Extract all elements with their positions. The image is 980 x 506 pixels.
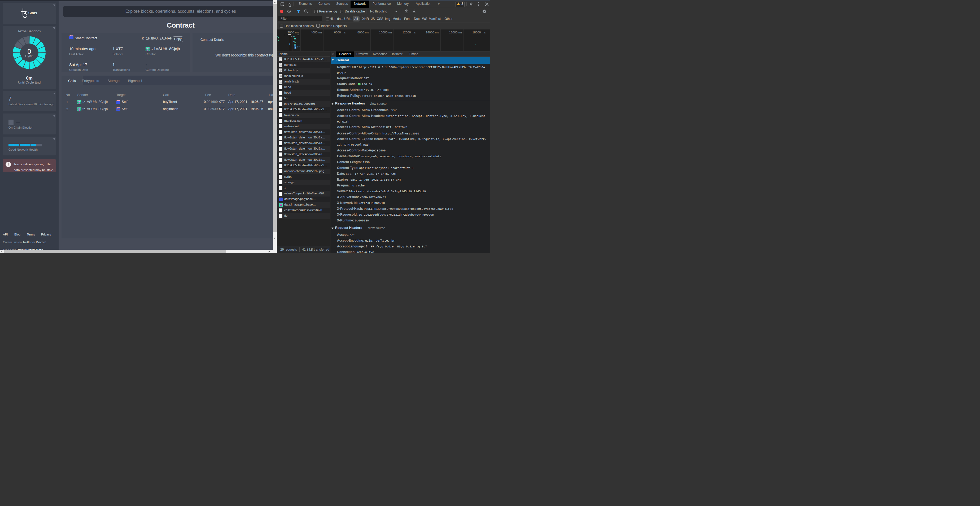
svg-text:12000 ms: 12000 ms bbox=[402, 30, 416, 34]
svg-text:16000 ms: 16000 ms bbox=[449, 30, 463, 34]
svg-text:6000 ms: 6000 ms bbox=[334, 30, 345, 34]
svg-text:2000 ms: 2000 ms bbox=[287, 30, 299, 34]
svg-text:4000 ms: 4000 ms bbox=[310, 30, 322, 34]
svg-text:8000 ms: 8000 ms bbox=[357, 30, 369, 34]
svg-text:14000 ms: 14000 ms bbox=[426, 30, 439, 34]
svg-text:10000 ms: 10000 ms bbox=[379, 30, 393, 34]
svg-text:18000 ms: 18000 ms bbox=[472, 30, 486, 34]
